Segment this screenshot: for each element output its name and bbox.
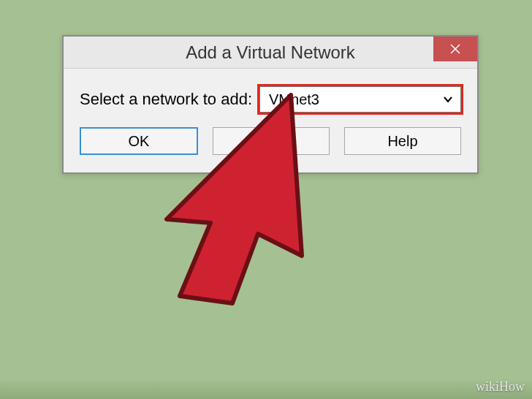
dialog-title: Add a Virtual Network [186,42,355,63]
cancel-button-label: Cancel [248,133,294,150]
ok-button[interactable]: OK [80,127,198,155]
help-button[interactable]: Help [344,127,461,155]
bottom-gradient [0,379,532,399]
help-button-label: Help [387,133,417,150]
select-network-label: Select a network to add: [80,90,252,109]
dialog-body: Select a network to add: VMnet3 OK Cance… [64,69,477,172]
network-dropdown[interactable]: VMnet3 [259,86,461,113]
titlebar[interactable]: Add a Virtual Network [64,37,477,69]
watermark: wikiHow [476,379,525,395]
select-row: Select a network to add: VMnet3 [80,86,461,113]
add-virtual-network-dialog: Add a Virtual Network Select a network t… [62,35,479,174]
close-button[interactable] [433,37,477,61]
cancel-button[interactable]: Cancel [213,127,330,155]
ok-button-label: OK [129,133,150,150]
button-row: OK Cancel Help [80,127,461,165]
dropdown-selected-value: VMnet3 [269,91,319,108]
chevron-down-icon [443,96,453,103]
close-icon [450,44,460,54]
